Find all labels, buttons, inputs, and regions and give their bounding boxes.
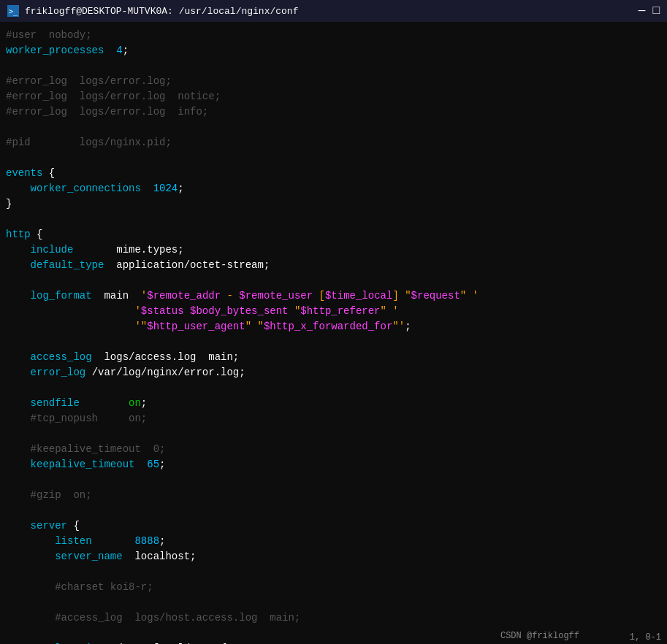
code-line-37: #charset koi8-r; [6,580,661,595]
code-line-2: worker_processes 4; [6,43,661,58]
code-line-31: #gzip on; [6,488,661,503]
code-line-25: sendfile on; [6,396,661,411]
code-line-34: listen 8888; [6,534,661,549]
empty-line-3 [6,58,661,74]
terminal-icon: >_ [7,5,19,17]
empty-line-32 [6,503,661,518]
window-controls: — □ [639,4,660,18]
code-editor: #user nobody; worker_processes 4; #error… [0,22,667,644]
code-line-6: #error_log logs/error.log info; [6,104,661,120]
code-line-8: #pid logs/nginx.pid; [6,135,661,150]
minimize-button[interactable]: — [639,4,646,18]
empty-line-21 [6,334,661,350]
empty-line-17 [6,273,661,288]
title-bar: >_ friklogff@DESKTOP-MUTVK0A: /usr/local… [0,0,667,22]
code-line-28: #keepalive_timeout 0; [6,442,661,457]
code-line-14: http { [6,227,661,242]
code-line-19: '$status $body_bytes_sent "$http_referer… [6,304,661,319]
code-line-33: server { [6,518,661,534]
window-title: friklogff@DESKTOP-MUTVK0A: /usr/local/ng… [25,6,298,17]
empty-line-27 [6,426,661,442]
empty-line-13 [6,212,661,227]
empty-line-36 [6,564,661,580]
empty-line-7 [6,120,661,135]
code-line-23: error_log /var/log/nginx/error.log; [6,365,661,380]
code-line-4: #error_log logs/error.log; [6,74,661,89]
csdn-attribution: CSDN @friklogff [500,631,579,641]
empty-line-24 [6,380,661,396]
svg-text:>_: >_ [9,7,18,16]
code-line-26: #tcp_nopush on; [6,411,661,426]
code-line-22: access_log logs/access.log main; [6,350,661,365]
code-line-39: #access_log logs/host.access.log main; [6,610,661,626]
code-line-11: worker_connections 1024; [6,181,661,196]
maximize-button[interactable]: □ [652,4,660,18]
code-line-10: events { [6,166,661,181]
code-line-1: #user nobody; [6,28,661,43]
code-line-12: } [6,196,661,212]
code-line-20: '"$http_user_agent" "$http_x_forwarded_f… [6,319,661,334]
code-line-41: location ~/group[0-9]/M00 { [6,641,661,644]
cursor-position: 1, 0-1 [624,631,667,644]
code-line-15: include mime.types; [6,242,661,258]
empty-line-30 [6,472,661,488]
empty-line-38 [6,595,661,610]
code-line-18: log_format main '$remote_addr - $remote_… [6,288,661,304]
code-line-16: default_type application/octet-stream; [6,258,661,273]
empty-line-9 [6,150,661,166]
code-line-5: #error_log logs/error.log notice; [6,89,661,104]
code-line-29: keepalive_timeout 65; [6,457,661,472]
code-line-35: server_name localhost; [6,549,661,564]
